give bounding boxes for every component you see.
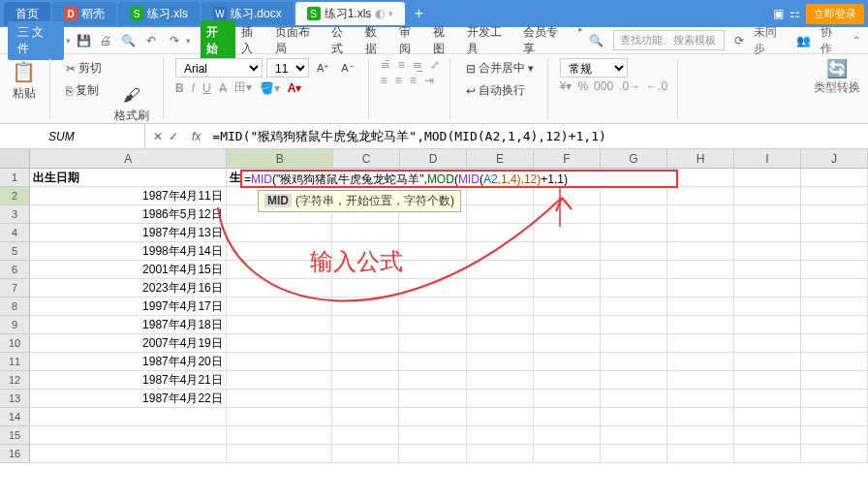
- cell[interactable]: [399, 261, 466, 279]
- font-family-select[interactable]: Arial: [175, 58, 263, 78]
- cell[interactable]: [601, 445, 667, 463]
- save-icon[interactable]: 💾: [73, 31, 93, 50]
- copy-button[interactable]: ⎘复制: [62, 80, 103, 101]
- cell[interactable]: [467, 408, 534, 426]
- coop-icon[interactable]: 👥: [796, 34, 811, 47]
- cell[interactable]: 出生日期: [30, 169, 227, 187]
- apps-icon[interactable]: ⚏: [790, 7, 800, 20]
- increase-font-icon[interactable]: A⁺: [313, 60, 333, 77]
- cell[interactable]: [601, 297, 667, 316]
- more-icon[interactable]: ▸: [574, 20, 587, 61]
- row-header[interactable]: 3: [0, 205, 30, 224]
- col-header-F[interactable]: F: [534, 149, 601, 169]
- cell[interactable]: [534, 297, 601, 316]
- cell[interactable]: [667, 353, 734, 371]
- dropdown-icon[interactable]: ▾: [66, 36, 71, 46]
- fx-cancel-icon[interactable]: ✕: [153, 130, 163, 143]
- font-color-button[interactable]: A▾: [288, 81, 302, 95]
- cell[interactable]: [399, 297, 466, 316]
- cell[interactable]: [734, 169, 801, 187]
- indent-icon[interactable]: ⇥: [424, 74, 434, 87]
- cell[interactable]: [534, 408, 601, 426]
- cell[interactable]: [332, 426, 399, 445]
- cell[interactable]: [601, 205, 667, 224]
- cell[interactable]: 1997年4月17日: [30, 297, 227, 316]
- cell[interactable]: [534, 224, 601, 242]
- cell[interactable]: [667, 261, 734, 279]
- cell[interactable]: [734, 242, 801, 261]
- cell[interactable]: [467, 390, 534, 408]
- cell[interactable]: [667, 242, 734, 261]
- row-header[interactable]: 14: [0, 408, 30, 426]
- ribbon-tab-member[interactable]: 会员专享: [517, 20, 574, 61]
- wrap-text-button[interactable]: ↩自动换行: [462, 80, 529, 101]
- cell[interactable]: [801, 316, 868, 334]
- window-layout-icon[interactable]: ▣: [773, 7, 784, 20]
- row-header[interactable]: 10: [0, 334, 30, 353]
- fx-confirm-icon[interactable]: ✓: [169, 130, 178, 143]
- cell[interactable]: [667, 408, 734, 426]
- row-header[interactable]: 1: [0, 169, 30, 187]
- cell-editor[interactable]: =MID("猴鸡狗猪鼠牛虎兔龙蛇马羊",MOD(MID(A2,1,4),12)+…: [240, 170, 678, 188]
- cell[interactable]: [801, 390, 868, 408]
- cell[interactable]: [332, 334, 399, 353]
- comma-icon[interactable]: 000: [594, 79, 613, 93]
- col-header-I[interactable]: I: [734, 149, 801, 169]
- cell[interactable]: [601, 279, 667, 297]
- cell[interactable]: 1987年4月13日: [30, 224, 227, 242]
- cell[interactable]: 1987年4月18日: [30, 316, 227, 334]
- cell[interactable]: [467, 426, 534, 445]
- cell[interactable]: [332, 445, 399, 463]
- cell[interactable]: [467, 445, 534, 463]
- ribbon-tab-formula[interactable]: 公式: [326, 20, 359, 61]
- col-header-D[interactable]: D: [400, 149, 467, 169]
- col-header-C[interactable]: C: [333, 149, 400, 169]
- cell[interactable]: [534, 371, 601, 390]
- cell[interactable]: [601, 224, 667, 242]
- cell[interactable]: [332, 316, 399, 334]
- cell[interactable]: [399, 334, 466, 353]
- cell[interactable]: [467, 224, 534, 242]
- row-header[interactable]: 5: [0, 242, 30, 261]
- cell[interactable]: [534, 242, 601, 261]
- ribbon-tab-dev[interactable]: 开发工具: [461, 20, 517, 61]
- row-header[interactable]: 11: [0, 353, 30, 371]
- cell[interactable]: [534, 353, 601, 371]
- cell[interactable]: [399, 371, 466, 390]
- chevron-up-icon[interactable]: ⌃: [852, 35, 860, 46]
- cell[interactable]: [601, 187, 667, 205]
- dec-dec-icon[interactable]: ←.0: [646, 79, 667, 93]
- ribbon-tab-layout[interactable]: 页面布局: [269, 20, 326, 61]
- cell[interactable]: [332, 390, 399, 408]
- cell[interactable]: [601, 261, 667, 279]
- cell[interactable]: [601, 316, 667, 334]
- cell[interactable]: [534, 316, 601, 334]
- merge-center-button[interactable]: ⊟合并居中▾: [462, 58, 538, 78]
- ribbon-tab-start[interactable]: 开始: [201, 20, 234, 61]
- print-icon[interactable]: 🖨: [96, 31, 116, 50]
- cell[interactable]: [534, 261, 601, 279]
- cell[interactable]: [601, 408, 667, 426]
- dropdown-icon[interactable]: ▾: [186, 36, 191, 46]
- cell[interactable]: [227, 297, 333, 316]
- search-icon[interactable]: 🔍: [589, 34, 604, 47]
- type-convert-icon[interactable]: 🔄: [826, 58, 848, 79]
- cell[interactable]: [332, 353, 399, 371]
- cell[interactable]: [467, 316, 534, 334]
- cell[interactable]: [601, 426, 667, 445]
- underline-button[interactable]: U: [202, 81, 211, 95]
- cell[interactable]: [801, 353, 868, 371]
- cell[interactable]: [227, 445, 333, 463]
- align-right-icon[interactable]: ≡: [410, 74, 417, 87]
- cell[interactable]: [734, 371, 801, 390]
- ribbon-tab-review[interactable]: 审阅: [393, 20, 427, 61]
- cell[interactable]: [399, 353, 466, 371]
- cell[interactable]: [801, 334, 868, 353]
- sync-icon[interactable]: ⟳: [734, 34, 744, 47]
- cell[interactable]: [801, 224, 868, 242]
- decrease-font-icon[interactable]: A⁻: [337, 60, 357, 77]
- cell[interactable]: [467, 297, 534, 316]
- search-input[interactable]: 查找功能、搜索模板: [613, 30, 725, 50]
- italic-button[interactable]: I: [192, 81, 195, 95]
- cell[interactable]: [801, 445, 868, 463]
